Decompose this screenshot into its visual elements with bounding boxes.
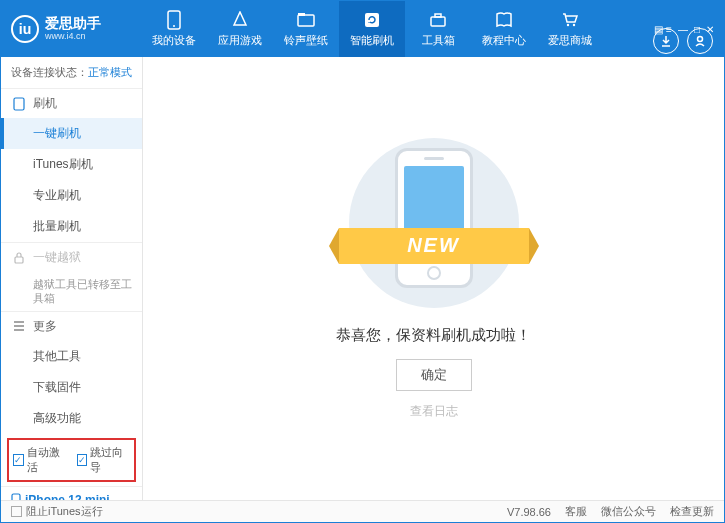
phone-icon xyxy=(164,10,184,30)
group-flash[interactable]: 刷机 xyxy=(1,88,142,118)
sidebar-item-firmware[interactable]: 下载固件 xyxy=(1,372,142,403)
group-label: 一键越狱 xyxy=(33,249,81,266)
nav-tutorials[interactable]: 教程中心 xyxy=(471,1,537,57)
svg-point-1 xyxy=(173,25,175,27)
nav-label: 教程中心 xyxy=(482,33,526,48)
sidebar-item-advanced[interactable]: 高级功能 xyxy=(1,403,142,434)
nav-apps[interactable]: 应用游戏 xyxy=(207,1,273,57)
cart-icon xyxy=(560,10,580,30)
version-text: V7.98.66 xyxy=(507,506,551,518)
top-bar: iu 爱思助手 www.i4.cn 我的设备 应用游戏 铃声壁纸 智能刷机 工具… xyxy=(1,1,724,57)
cb-block-itunes[interactable]: 阻止iTunes运行 xyxy=(11,504,103,519)
sidebar-item-pro[interactable]: 专业刷机 xyxy=(1,180,142,211)
sidebar-item-itunes[interactable]: iTunes刷机 xyxy=(1,149,142,180)
nav-label: 我的设备 xyxy=(152,33,196,48)
lock-icon xyxy=(13,252,25,264)
nav-label: 铃声壁纸 xyxy=(284,33,328,48)
nav-flash[interactable]: 智能刷机 xyxy=(339,1,405,57)
footer-wechat[interactable]: 微信公众号 xyxy=(601,504,656,519)
apps-icon xyxy=(230,10,250,30)
svg-rect-12 xyxy=(12,494,20,500)
group-label: 刷机 xyxy=(33,95,57,112)
view-log-link[interactable]: 查看日志 xyxy=(410,403,458,420)
device-name: iPhone 12 mini xyxy=(11,493,132,500)
download-icon[interactable] xyxy=(653,28,679,54)
logo: iu 爱思助手 www.i4.cn xyxy=(11,15,141,43)
group-label: 更多 xyxy=(33,318,57,335)
group-jailbreak[interactable]: 一键越狱 xyxy=(1,242,142,272)
nav-store[interactable]: 爱思商城 xyxy=(537,1,603,57)
refresh-icon xyxy=(362,10,382,30)
svg-rect-4 xyxy=(365,13,379,27)
nav-label: 智能刷机 xyxy=(350,33,394,48)
footer-update[interactable]: 检查更新 xyxy=(670,504,714,519)
logo-icon: iu xyxy=(11,15,39,43)
phone-small-icon xyxy=(13,97,25,111)
success-illustration: NEW xyxy=(349,138,519,308)
connection-status: 设备连接状态：正常模式 xyxy=(1,57,142,88)
list-icon xyxy=(13,321,25,331)
conn-mode: 正常模式 xyxy=(88,66,132,78)
device-block[interactable]: iPhone 12 mini 64GB Down-12mini-13,1 xyxy=(1,486,142,500)
content-area: NEW 恭喜您，保资料刷机成功啦！ 确定 查看日志 xyxy=(143,57,724,500)
svg-point-7 xyxy=(567,24,569,26)
confirm-button[interactable]: 确定 xyxy=(396,359,472,391)
toolbox-icon xyxy=(428,10,448,30)
svg-point-8 xyxy=(573,24,575,26)
footer: 阻止iTunes运行 V7.98.66 客服 微信公众号 检查更新 xyxy=(1,500,724,522)
footer-service[interactable]: 客服 xyxy=(565,504,587,519)
checkbox-highlight: ✓自动激活 ✓跳过向导 xyxy=(7,438,136,482)
nav-ringtones[interactable]: 铃声壁纸 xyxy=(273,1,339,57)
main-nav: 我的设备 应用游戏 铃声壁纸 智能刷机 工具箱 教程中心 爱思商城 xyxy=(141,1,603,57)
nav-toolbox[interactable]: 工具箱 xyxy=(405,1,471,57)
jailbreak-note: 越狱工具已转移至工具箱 xyxy=(1,272,142,311)
svg-point-9 xyxy=(698,37,703,42)
svg-rect-2 xyxy=(298,15,314,26)
cb-label: 自动激活 xyxy=(27,445,67,475)
sidebar-item-batch[interactable]: 批量刷机 xyxy=(1,211,142,242)
sidebar-item-oneclick[interactable]: 一键刷机 xyxy=(1,118,142,149)
group-more[interactable]: 更多 xyxy=(1,311,142,341)
conn-label: 设备连接状态： xyxy=(11,66,88,78)
nav-label: 爱思商城 xyxy=(548,33,592,48)
nav-label: 应用游戏 xyxy=(218,33,262,48)
nav-my-device[interactable]: 我的设备 xyxy=(141,1,207,57)
svg-rect-5 xyxy=(431,17,445,26)
svg-rect-11 xyxy=(15,257,23,263)
device-icon xyxy=(11,493,21,500)
book-icon xyxy=(494,10,514,30)
svg-rect-3 xyxy=(298,13,305,16)
svg-rect-10 xyxy=(14,98,24,110)
cb-label: 跳过向导 xyxy=(90,445,130,475)
folder-icon xyxy=(296,10,316,30)
app-url: www.i4.cn xyxy=(45,32,101,42)
cb-skip-guide[interactable]: ✓跳过向导 xyxy=(77,445,131,475)
cb-label: 阻止iTunes运行 xyxy=(26,504,103,519)
success-message: 恭喜您，保资料刷机成功啦！ xyxy=(336,326,531,345)
cb-auto-activate[interactable]: ✓自动激活 xyxy=(13,445,67,475)
nav-label: 工具箱 xyxy=(422,33,455,48)
new-banner: NEW xyxy=(339,228,529,264)
sidebar-item-other[interactable]: 其他工具 xyxy=(1,341,142,372)
app-title: 爱思助手 xyxy=(45,16,101,31)
svg-rect-6 xyxy=(435,14,441,17)
sidebar: 设备连接状态：正常模式 刷机 一键刷机 iTunes刷机 专业刷机 批量刷机 一… xyxy=(1,57,143,500)
user-icon[interactable] xyxy=(687,28,713,54)
